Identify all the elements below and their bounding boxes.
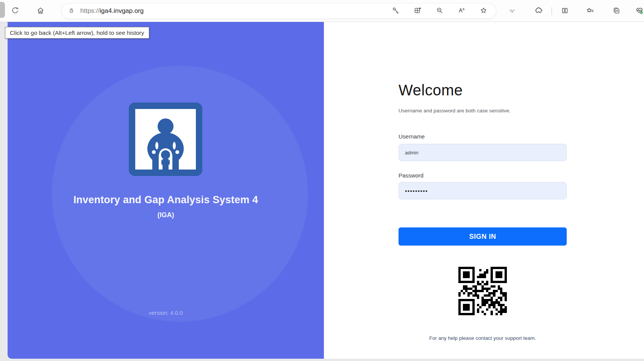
new-tab-layout-button[interactable] [411,5,424,17]
extensions-puzzle-icon [535,6,543,16]
split-screen-button[interactable] [558,4,572,18]
new-tab-layout-icon [414,6,422,16]
url-text[interactable]: https://iga4.invgap.org [80,7,389,15]
browser-essentials-button[interactable] [633,4,644,18]
extension-shortcut-button[interactable] [506,4,519,18]
address-bar[interactable]: https://iga4.invgap.org [61,3,496,19]
refresh-button[interactable] [8,4,22,18]
zoom-out-icon [436,6,444,16]
url-scheme: https:// [80,7,100,14]
back-button-tooltip: Click to go back (Alt+Left arrow), hold … [5,27,149,39]
qr-code [458,267,507,315]
app-logo [129,103,202,176]
welcome-heading: Welcome [399,82,567,99]
home-button[interactable] [34,4,47,18]
favorite-star-icon [480,6,488,16]
password-input[interactable] [399,182,567,199]
app-title: Inventory and Gap Analysis System 4 [8,194,324,206]
username-label: Username [399,133,567,140]
login-panel: Welcome Username and password are both c… [324,22,644,359]
app-version: version: 4.0.0 [8,310,324,316]
read-aloud-button[interactable] [455,5,468,17]
extension-icon [508,6,517,16]
favorite-star-button[interactable] [477,5,490,17]
zoom-out-button[interactable] [433,5,446,17]
favorites-list-button[interactable] [583,4,597,18]
collections-add-icon [612,6,621,16]
favorites-list-icon [586,6,594,16]
browser-toolbar: https://iga4.invgap.org [0,0,644,22]
window-edge [0,2,5,18]
split-screen-icon [561,6,569,16]
sign-in-button[interactable]: SIGN IN [399,227,567,246]
page-viewport: Inventory and Gap Analysis System 4 (IGA… [0,22,644,361]
home-icon [36,6,45,16]
extensions-button[interactable] [532,4,546,18]
password-label: Password [399,172,567,179]
refresh-icon [11,6,19,16]
login-card: Inventory and Gap Analysis System 4 (IGA… [8,22,644,359]
password-key-button[interactable] [389,5,402,17]
branding-panel: Inventory and Gap Analysis System 4 (IGA… [8,22,324,359]
support-help-text: For any help please contact your support… [399,335,567,341]
toolbar-divider [552,7,552,15]
collections-button[interactable] [610,4,623,18]
password-key-icon [392,6,400,16]
read-aloud-icon [458,6,466,16]
username-input[interactable] [399,144,567,161]
browser-essentials-icon [635,6,644,16]
case-sensitive-note: Username and password are both case sens… [399,108,567,114]
url-host: iga4.invgap.org [100,7,144,14]
app-acronym: (IGA) [8,211,324,219]
site-lock-icon[interactable] [68,7,75,16]
